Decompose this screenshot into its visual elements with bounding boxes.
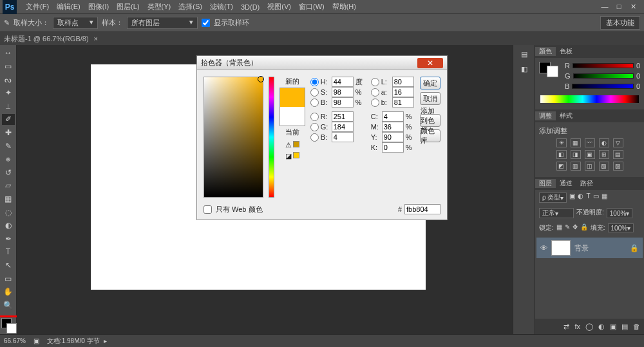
lab-b-radio[interactable] <box>371 98 379 107</box>
opacity-dropdown[interactable]: 100%▾ <box>607 208 633 218</box>
show-ring-checkbox[interactable] <box>202 19 210 27</box>
adj-mixer-icon[interactable]: ⊞ <box>599 150 609 159</box>
tab-styles[interactable]: 样式 <box>556 111 576 120</box>
sample-size-dropdown[interactable]: 取样点▾ <box>53 17 98 29</box>
wand-tool-icon[interactable]: ✦ <box>2 88 15 98</box>
menu-view[interactable]: 视图(V) <box>263 2 295 12</box>
adj-brightness-icon[interactable]: ☀ <box>556 138 567 147</box>
background-swatch[interactable] <box>6 323 17 333</box>
stamp-tool-icon[interactable]: ⎈ <box>2 154 15 165</box>
fx-icon[interactable]: fx <box>574 323 580 330</box>
s-input[interactable] <box>332 87 354 97</box>
tab-color[interactable]: 颜色 <box>535 47 556 56</box>
h-radio[interactable] <box>310 78 319 86</box>
eraser-tool-icon[interactable]: ▱ <box>2 180 15 191</box>
l-radio[interactable] <box>371 78 379 86</box>
blur-tool-icon[interactable]: ◌ <box>2 207 15 218</box>
zoom-level[interactable]: 66.67% <box>4 337 26 344</box>
lasso-tool-icon[interactable]: ᔓ <box>2 74 15 85</box>
layer-filter-dropdown[interactable]: ρ 类型 ▾ <box>539 192 567 203</box>
spectrum-strip[interactable] <box>540 95 639 103</box>
g-value[interactable]: 0 <box>636 72 640 80</box>
properties-panel-icon[interactable]: ◧ <box>521 65 527 73</box>
adj-levels-icon[interactable]: ▦ <box>571 138 581 147</box>
y-input[interactable] <box>382 132 404 142</box>
link-layers-icon[interactable]: ⇄ <box>564 323 569 331</box>
l-input[interactable] <box>392 77 414 87</box>
menu-3d[interactable]: 3D(D) <box>237 3 263 11</box>
g-input[interactable] <box>332 122 354 132</box>
g-slider[interactable] <box>573 73 634 79</box>
menu-file[interactable]: 文件(F) <box>22 2 53 12</box>
menu-type[interactable]: 类型(Y) <box>144 2 175 12</box>
adj-exposure-icon[interactable]: ◐ <box>599 138 609 147</box>
bv-input[interactable] <box>332 97 354 108</box>
adj-photo-icon[interactable]: ▣ <box>585 150 595 159</box>
menu-help[interactable]: 帮助(H) <box>328 2 360 12</box>
window-min-icon[interactable]: — <box>600 3 609 11</box>
menu-select[interactable]: 选择(S) <box>175 2 206 12</box>
menu-edit[interactable]: 编辑(E) <box>53 2 84 12</box>
window-close-icon[interactable]: ✕ <box>629 3 638 11</box>
fill-dropdown[interactable]: 100%▾ <box>608 223 634 232</box>
menu-window[interactable]: 窗口(W) <box>295 2 328 12</box>
layer-thumbnail[interactable] <box>551 240 571 256</box>
s-radio[interactable] <box>310 88 319 97</box>
heal-tool-icon[interactable]: ✚ <box>2 127 15 138</box>
menu-image[interactable]: 图像(I) <box>84 2 113 12</box>
m-input[interactable] <box>382 122 404 132</box>
document-tab[interactable]: 未标题-1 @ 66.7%(RGB/8) × <box>0 32 644 45</box>
adj-lookup-icon[interactable]: ▤ <box>613 150 623 159</box>
h-input[interactable] <box>332 77 354 87</box>
color-swatches[interactable] <box>0 318 17 334</box>
adj-curves-icon[interactable]: 〰 <box>585 138 595 147</box>
type-tool-icon[interactable]: T <box>2 247 15 258</box>
tab-paths[interactable]: 路径 <box>576 179 597 188</box>
layer-name[interactable]: 背景 <box>574 243 589 253</box>
adj-thresh-icon[interactable]: ◫ <box>585 162 595 171</box>
pen-tool-icon[interactable]: ✒ <box>2 234 15 245</box>
new-layer-icon[interactable]: ▤ <box>621 323 628 331</box>
c-input[interactable] <box>382 111 404 122</box>
adj-bw-icon[interactable]: ◨ <box>571 150 581 159</box>
r-input[interactable] <box>332 111 354 122</box>
lock-pos-icon[interactable]: ✥ <box>573 223 578 232</box>
filter-adj-icon[interactable]: ◐ <box>578 192 583 203</box>
websafe-warning-icon[interactable]: ◪ <box>285 152 292 160</box>
cancel-button[interactable]: 取消 <box>420 92 440 105</box>
b-value[interactable]: 0 <box>636 82 640 90</box>
tab-layers[interactable]: 图层 <box>535 179 556 188</box>
blend-mode-dropdown[interactable]: 正常 ▾ <box>539 208 574 218</box>
r-slider[interactable] <box>573 63 634 68</box>
b-radio[interactable] <box>310 133 319 142</box>
workspace-switcher[interactable]: 基本功能 <box>600 16 640 30</box>
menu-layer[interactable]: 图层(L) <box>113 2 143 12</box>
dodge-tool-icon[interactable]: ◐ <box>2 220 15 231</box>
websafe-swatch[interactable] <box>293 152 299 158</box>
move-tool-icon[interactable]: ↔ <box>2 48 15 59</box>
add-swatch-button[interactable]: 添加到色板 <box>420 114 440 127</box>
web-only-checkbox[interactable] <box>204 205 212 214</box>
gamut-warning-icon[interactable]: ⚠ <box>285 141 292 149</box>
gradient-tool-icon[interactable]: ▦ <box>2 194 15 205</box>
brush-tool-icon[interactable]: ✎ <box>2 140 15 151</box>
window-max-icon[interactable]: □ <box>614 3 623 11</box>
adj-vibrance-icon[interactable]: ▽ <box>613 138 623 147</box>
doc-info-icon[interactable]: ▣ <box>33 337 39 344</box>
adj-map-icon[interactable]: ▧ <box>599 162 609 171</box>
new-group-icon[interactable]: ▣ <box>610 323 616 331</box>
b-input[interactable] <box>332 132 354 142</box>
dialog-titlebar[interactable]: 拾色器（背景色） ✕ <box>197 56 447 70</box>
crop-tool-icon[interactable]: ⟂ <box>2 100 15 111</box>
visibility-eye-icon[interactable]: 👁 <box>540 244 547 252</box>
tab-swatches[interactable]: 色板 <box>556 47 576 56</box>
g-radio[interactable] <box>310 123 319 131</box>
adj-select-icon[interactable]: ▨ <box>613 162 623 171</box>
color-libraries-button[interactable]: 颜色库 <box>420 129 440 142</box>
r-radio[interactable] <box>310 113 319 121</box>
panel-bg-swatch[interactable] <box>547 66 558 77</box>
r-value[interactable]: 0 <box>636 62 640 70</box>
history-panel-icon[interactable]: ▤ <box>521 50 527 59</box>
shape-tool-icon[interactable]: ▭ <box>2 273 15 284</box>
tab-adjustments[interactable]: 调整 <box>535 111 556 120</box>
